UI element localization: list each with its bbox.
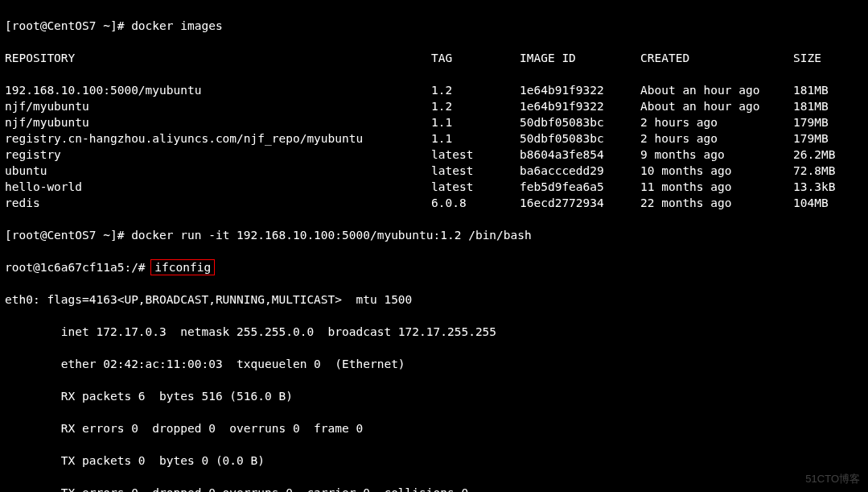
cell-tag: 1.2: [431, 82, 520, 98]
prompt-line: [root@CentOS7 ~]# docker images: [5, 18, 863, 34]
cell-size: 72.8MB: [793, 163, 863, 179]
header-repo: REPOSITORY: [5, 50, 431, 66]
cell-size: 179MB: [793, 130, 863, 147]
host-prompt: [root@CentOS7 ~]#: [5, 229, 131, 242]
cell-tag: 1.2: [431, 98, 520, 114]
cell-tag: latest: [431, 179, 520, 195]
header-id: IMAGE ID: [520, 50, 640, 66]
cell-id: 1e64b91f9322: [520, 82, 640, 98]
cell-id: b8604a3fe854: [520, 147, 640, 163]
cell-tag: 1.1: [431, 114, 520, 130]
cell-tag: 6.0.8: [431, 195, 520, 211]
cell-repo: hello-world: [5, 179, 431, 195]
cell-id: feb5d9fea6a5: [520, 179, 640, 195]
command-docker-images: docker images: [131, 19, 223, 32]
cell-tag: latest: [431, 163, 520, 179]
ifconfig-eth0-rxe: RX errors 0 dropped 0 overruns 0 frame 0: [5, 420, 863, 436]
command-ifconfig-highlight: ifconfig: [150, 259, 215, 275]
cell-tag: 1.1: [431, 130, 520, 147]
cell-size: 104MB: [793, 195, 863, 211]
header-created: CREATED: [640, 50, 793, 66]
cell-repo: njf/myubuntu: [5, 98, 431, 114]
ifconfig-eth0-rxp: RX packets 6 bytes 516 (516.0 B): [5, 388, 863, 404]
table-row: ubuntulatestba6acccedd2910 months ago72.…: [5, 163, 863, 179]
cell-repo: redis: [5, 195, 431, 211]
cell-size: 181MB: [793, 82, 863, 98]
cell-id: ba6acccedd29: [520, 163, 640, 179]
cell-created: 11 months ago: [640, 179, 793, 195]
cell-created: About an hour ago: [640, 98, 793, 114]
command-docker-run: docker run -it 192.168.10.100:5000/myubu…: [131, 229, 532, 242]
cell-repo: 192.168.10.100:5000/myubuntu: [5, 82, 431, 98]
table-row: redis6.0.816ecd277293422 months ago104MB: [5, 195, 863, 211]
cell-repo: ubuntu: [5, 163, 431, 179]
cell-created: 2 hours ago: [640, 130, 793, 147]
ifconfig-eth0-header: eth0: flags=4163<UP,BROADCAST,RUNNING,MU…: [5, 291, 863, 308]
cell-repo: registry.cn-hangzhou.aliyuncs.com/njf_re…: [5, 130, 431, 147]
header-size: SIZE: [793, 50, 863, 66]
cell-id: 1e64b91f9322: [520, 98, 640, 114]
host-prompt: [root@CentOS7 ~]#: [5, 19, 131, 32]
cell-created: 9 months ago: [640, 147, 793, 163]
cell-id: 50dbf05083bc: [520, 130, 640, 147]
cell-created: About an hour ago: [640, 82, 793, 98]
cell-id: 16ecd2772934: [520, 195, 640, 211]
cell-id: 50dbf05083bc: [520, 114, 640, 130]
table-row: registry.cn-hangzhou.aliyuncs.com/njf_re…: [5, 130, 863, 147]
prompt-line: root@1c6a67cf11a5:/# ifconfig: [5, 259, 863, 275]
cell-size: 26.2MB: [793, 147, 863, 163]
command-ifconfig: ifconfig: [154, 261, 211, 274]
ifconfig-eth0-inet: inet 172.17.0.3 netmask 255.255.0.0 broa…: [5, 324, 863, 340]
table-row: njf/myubuntu1.150dbf05083bc2 hours ago17…: [5, 114, 863, 130]
cell-repo: njf/myubuntu: [5, 114, 431, 130]
table-row: registrylatestb8604a3fe8549 months ago26…: [5, 147, 863, 163]
cell-created: 2 hours ago: [640, 114, 793, 130]
header-tag: TAG: [431, 50, 520, 66]
container-prompt: root@1c6a67cf11a5:/#: [5, 261, 152, 274]
ifconfig-eth0-ether: ether 02:42:ac:11:00:03 txqueuelen 0 (Et…: [5, 356, 863, 372]
cell-size: 181MB: [793, 98, 863, 114]
cell-size: 179MB: [793, 114, 863, 130]
prompt-line: [root@CentOS7 ~]# docker run -it 192.168…: [5, 227, 863, 243]
cell-created: 22 months ago: [640, 195, 793, 211]
watermark: 51CTO博客: [805, 471, 860, 487]
cell-created: 10 months ago: [640, 163, 793, 179]
ifconfig-eth0-txe: TX errors 0 dropped 0 overruns 0 carrier…: [5, 485, 863, 492]
table-row: 192.168.10.100:5000/myubuntu1.21e64b91f9…: [5, 82, 863, 98]
terminal[interactable]: [root@CentOS7 ~]# docker images REPOSITO…: [0, 0, 868, 492]
cell-tag: latest: [431, 147, 520, 163]
table-row: njf/myubuntu1.21e64b91f9322About an hour…: [5, 98, 863, 114]
images-header: REPOSITORYTAGIMAGE IDCREATEDSIZE: [5, 50, 863, 66]
cell-size: 13.3kB: [793, 179, 863, 195]
ifconfig-eth0-txp: TX packets 0 bytes 0 (0.0 B): [5, 453, 863, 469]
cell-repo: registry: [5, 147, 431, 163]
table-row: hello-worldlatestfeb5d9fea6a511 months a…: [5, 179, 863, 195]
